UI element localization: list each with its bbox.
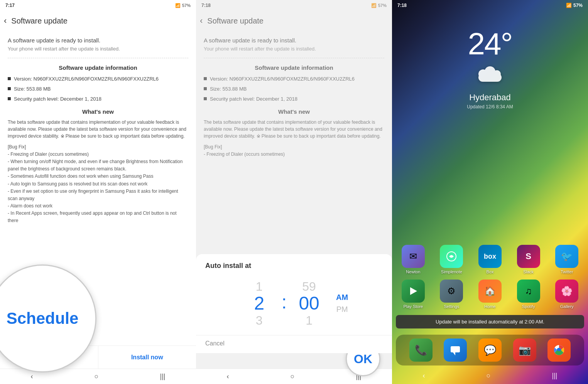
- recent-nav-1[interactable]: |||: [160, 372, 165, 381]
- app-slack[interactable]: S Slack: [511, 245, 546, 274]
- bug-fix-item-2: - Sometimes Autofill function does not w…: [8, 173, 188, 180]
- spotify-icon: ♫: [517, 280, 540, 303]
- minute-column[interactable]: 59 00 1: [290, 280, 328, 327]
- time-picker[interactable]: 1 2 3 : 59 00 1 AM PM: [196, 276, 392, 335]
- dock-phone[interactable]: 📞: [409, 339, 433, 362]
- app-grid-row1: ✉ Newton Simplenote box Box: [392, 241, 588, 274]
- svg-point-3: [493, 70, 501, 78]
- nav-bar-1: ‹ ○ |||: [0, 369, 196, 384]
- back-nav-2[interactable]: ‹: [227, 372, 229, 381]
- dock-camera[interactable]: 📷: [513, 339, 536, 362]
- toast-text: Update will be installed automatically a…: [436, 319, 544, 325]
- weather-cloud-icon: [475, 66, 505, 86]
- bug-fix-item-0: - Freezing of Dialer (occurs sometimes): [8, 151, 188, 158]
- home-app-icon: 🏠: [478, 280, 502, 303]
- minute-value[interactable]: 00: [299, 293, 319, 314]
- time-colon: :: [279, 291, 290, 313]
- home-wifi: 📶: [566, 3, 572, 8]
- bug-fix-item-4: - Even if we set option to use only fing…: [8, 188, 188, 202]
- home-recent-nav[interactable]: |||: [552, 372, 557, 380]
- dialog-box: Auto install at 1 2 3 : 59 00 1 AM: [196, 254, 392, 353]
- settings-label: Settings: [444, 304, 460, 309]
- newton-icon: ✉: [402, 245, 425, 268]
- twitter-label: Twitter: [561, 269, 573, 274]
- dialog-title: Auto install at: [196, 262, 392, 276]
- content-area-1: A software update is ready to install. Y…: [0, 31, 196, 345]
- svg-marker-7: [453, 352, 455, 355]
- version-text: Version: N960FXXU2ZRL6/N960FOXM2ZRL6/N96…: [14, 76, 159, 83]
- app-newton[interactable]: ✉ Newton: [396, 245, 431, 274]
- auto-install-dialog: Auto install at 1 2 3 : 59 00 1 AM: [196, 369, 392, 384]
- twitter-icon: 🐦: [555, 245, 578, 268]
- app-gallery[interactable]: 🌸 Gallery: [549, 280, 584, 309]
- top-bar-1: ‹ Software update: [0, 11, 196, 31]
- home-app-label: Home: [484, 304, 495, 309]
- am-option[interactable]: AM: [336, 293, 348, 302]
- bottom-buttons-1: Schedule Install now: [0, 345, 196, 369]
- app-home-app[interactable]: 🏠 Home: [473, 280, 507, 309]
- phone-panel-1: 7:17 📶 57% ‹ Software update A software …: [0, 0, 196, 384]
- minute-above: 59: [302, 280, 316, 293]
- slack-icon: S: [517, 245, 540, 268]
- svg-rect-6: [451, 346, 460, 352]
- app-spotify[interactable]: ♫ Spotify: [511, 280, 546, 309]
- app-box[interactable]: box Box: [473, 245, 507, 274]
- ok-spacer: [348, 340, 383, 347]
- app-simplenote[interactable]: Simplenote: [434, 245, 469, 274]
- hour-below: 3: [256, 314, 263, 327]
- bug-fix-title: [Bug Fix]: [8, 143, 188, 151]
- bug-fix-item-3: - Auto login to Samsung pass is resolved…: [8, 180, 188, 188]
- bug-fix-item-1: - When turning on/off Night mode, and ev…: [8, 158, 188, 173]
- home-status-time: 7:18: [397, 3, 407, 8]
- home-nav-1[interactable]: ○: [95, 372, 99, 381]
- box-label: Box: [487, 269, 494, 274]
- playstore-icon: [402, 280, 425, 303]
- status-time-1: 7:17: [5, 3, 15, 8]
- size-info: Size: 553.88 MB: [8, 86, 188, 93]
- schedule-button[interactable]: Schedule: [0, 346, 98, 369]
- app-settings[interactable]: ⚙ Settings: [434, 280, 469, 309]
- bug-fix-section: [Bug Fix] - Freezing of Dialer (occurs s…: [8, 143, 188, 225]
- back-button-1[interactable]: ‹: [4, 16, 7, 26]
- home-home-nav[interactable]: ○: [487, 372, 491, 380]
- security-info: Security patch level: December 1, 2018: [8, 96, 188, 103]
- temperature-display: 24°: [468, 26, 512, 62]
- bullet-size: [8, 87, 11, 90]
- settings-icon: ⚙: [440, 280, 463, 303]
- box-icon: box: [478, 245, 502, 268]
- dock-chrome[interactable]: [547, 339, 571, 362]
- toast-notification: Update will be installed automatically a…: [396, 315, 584, 328]
- ampm-column[interactable]: AM PM: [336, 293, 348, 314]
- slack-label: Slack: [523, 269, 534, 274]
- home-status-icons: 📶 57%: [566, 3, 583, 8]
- home-back-nav[interactable]: ‹: [423, 372, 425, 380]
- bug-fix-item-6: - In Recent Apps screen, frequently used…: [8, 210, 188, 224]
- home-battery: 57%: [573, 3, 583, 8]
- hour-above: 1: [256, 280, 263, 293]
- gallery-icon: 🌸: [555, 280, 578, 303]
- home-nav-2[interactable]: ○: [291, 372, 295, 381]
- update-info-title-1: Software update information: [8, 64, 188, 71]
- hour-value[interactable]: 2: [254, 293, 264, 314]
- dock-messages[interactable]: [444, 339, 467, 362]
- status-icons-1: 📶 57%: [175, 3, 191, 8]
- back-nav-1[interactable]: ‹: [31, 372, 33, 381]
- newton-label: Newton: [406, 269, 420, 274]
- ready-text-1: A software update is ready to install.: [8, 37, 188, 44]
- install-now-button[interactable]: Install now: [98, 346, 196, 369]
- divider-1: [8, 58, 188, 58]
- size-text: Size: 553.88 MB: [14, 86, 51, 93]
- minute-below: 1: [306, 314, 313, 327]
- bug-fix-item-5: - Alarm does not work: [8, 202, 188, 210]
- app-twitter[interactable]: 🐦 Twitter: [549, 245, 584, 274]
- simplenote-icon: [440, 245, 463, 268]
- pm-option[interactable]: PM: [336, 305, 348, 314]
- dialog-ok-text[interactable]: OK: [354, 352, 372, 366]
- bullet-security: [8, 97, 11, 100]
- dock-chat[interactable]: 💬: [478, 339, 502, 362]
- battery-1: 57%: [182, 3, 191, 8]
- weather-section: 24° Hyderabad Updated 12/6 8:34 AM: [392, 11, 588, 241]
- app-playstore[interactable]: Play Store: [396, 280, 431, 309]
- dialog-cancel-button[interactable]: Cancel: [205, 340, 225, 347]
- hour-column[interactable]: 1 2 3: [240, 280, 279, 327]
